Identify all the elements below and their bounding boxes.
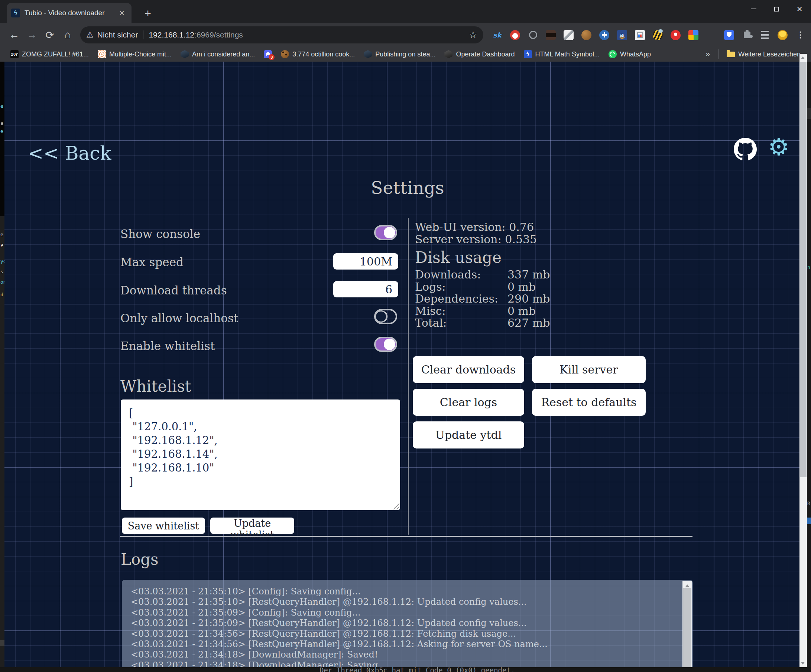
minimize-icon — [751, 8, 757, 9]
browser-toolbar: ← → ⟳ ⌂ ⚠ Nicht sicher 192.168.1.12 :696… — [0, 23, 811, 47]
scroll-up-icon[interactable] — [685, 582, 689, 587]
window-minimize-button[interactable] — [742, 0, 765, 18]
bookmark-zomg[interactable]: z0r ZOMG ZUFALL! #61... — [7, 49, 92, 59]
download-threads-input[interactable] — [333, 281, 398, 297]
stop-hand-extension-icon[interactable] — [510, 30, 520, 40]
settings-gear-icon[interactable]: ⚙ — [765, 134, 792, 161]
bookmark-label: Weitere Lesezeichen — [738, 51, 801, 58]
code-fragment: n — [807, 264, 810, 270]
discord-favicon: 3 — [264, 50, 272, 58]
home-icon[interactable]: ⌂ — [59, 26, 76, 44]
update-whitelist-button[interactable]: Update whitelist — [210, 518, 294, 534]
page-scrollbar-thumb[interactable] — [800, 62, 806, 477]
clear-logs-button[interactable]: Clear logs — [413, 389, 524, 416]
disk-row-label: Dependencies: — [415, 292, 498, 305]
tubio-settings-page: << Back Settings ⚙ Show console Max spee… — [5, 62, 799, 672]
bookmark-whatsapp[interactable]: WhatsApp — [606, 49, 654, 59]
show-console-label: Show console — [120, 227, 200, 240]
page-scrollbar[interactable] — [799, 54, 807, 667]
log-scrollbar-thumb[interactable] — [683, 588, 691, 672]
window-maximize-button[interactable] — [765, 0, 788, 18]
bookmark-multiple-choice[interactable]: Multiple-Choice mit... — [95, 49, 175, 59]
back-icon[interactable]: ← — [5, 26, 23, 44]
scroll-up-icon[interactable] — [801, 54, 805, 59]
browser-tab[interactable]: ϟ Tubio - Video downloader × — [7, 3, 132, 23]
bookmark-label: HTML Math Symbol... — [535, 51, 600, 58]
scroll-down-icon[interactable] — [801, 662, 805, 667]
cookie-favicon — [281, 50, 289, 58]
section-divider — [120, 536, 692, 537]
enable-whitelist-toggle[interactable] — [374, 337, 397, 352]
window-close-button[interactable]: × — [788, 0, 811, 18]
tab-title: Tubio - Video downloader — [24, 9, 112, 17]
log-line: <03.03.2021 - 21:35:10> [Config]: Saving… — [131, 586, 678, 597]
browser-menu-icon[interactable]: ⋮ — [796, 30, 806, 40]
photos-extension-icon[interactable] — [635, 30, 645, 40]
reload-icon[interactable]: ⟳ — [41, 26, 59, 44]
disk-row-value: 0 mb — [507, 305, 536, 317]
bookmark-am-i-considered[interactable]: Am i considered an... — [178, 49, 258, 59]
max-speed-label: Max speed — [120, 256, 183, 269]
bookmark-html-math[interactable]: ϟ HTML Math Symbol... — [521, 49, 602, 59]
red-pin-extension-icon[interactable] — [670, 30, 680, 40]
back-link[interactable]: << Back — [28, 142, 112, 164]
url-host: 192.168.1.12 — [149, 30, 194, 39]
save-whitelist-button[interactable]: Save whitelist — [122, 518, 205, 534]
console-output-text: Der Thread 0xb5c hat mit Code 0 (0x0) ge… — [319, 667, 515, 672]
bookmark-discord[interactable]: 3 — [261, 49, 275, 59]
sk-extension-icon[interactable]: sk — [492, 30, 502, 40]
whatsapp-favicon — [609, 50, 617, 58]
tab-close-icon[interactable]: × — [117, 8, 127, 18]
bee-extension-icon[interactable] — [653, 30, 663, 40]
forward-icon[interactable]: → — [23, 26, 41, 44]
github-icon[interactable] — [734, 138, 757, 161]
cookie-extension-icon[interactable] — [581, 30, 591, 40]
update-ytdl-button[interactable]: Update ytdl — [413, 421, 524, 449]
playlist-extension-icon[interactable] — [760, 30, 770, 40]
ring-extension-icon[interactable] — [528, 30, 538, 40]
blue-plus-extension-icon[interactable] — [599, 30, 609, 40]
log-output[interactable]: <03.03.2021 - 21:35:10> [Config]: Saving… — [122, 580, 693, 672]
bookmark-publishing-steam[interactable]: Publishing on stea... — [361, 49, 438, 59]
puzzle-extensions-menu-icon[interactable] — [742, 30, 752, 40]
extensions-row: sk a ⋮ — [492, 30, 806, 40]
disk-row-value: 337 mb — [507, 268, 550, 281]
amazon-extension-icon[interactable]: a — [617, 30, 627, 40]
log-line: <03.03.2021 - 21:35:09> [RestQueryHandle… — [131, 618, 678, 628]
max-speed-input[interactable] — [333, 253, 398, 269]
coins-extension-icon[interactable] — [777, 30, 787, 40]
disk-row-label: Downloads: — [415, 268, 481, 281]
background-right-strip: n R — [807, 62, 811, 672]
code-fragment: e — [0, 129, 3, 134]
other-bookmarks-folder[interactable]: Weitere Lesezeichen — [724, 49, 804, 59]
log-lines: <03.03.2021 - 21:35:10> [Config]: Saving… — [131, 586, 678, 672]
clear-downloads-button[interactable]: Clear downloads — [413, 356, 524, 383]
url-path: :6969/settings — [194, 30, 243, 39]
disk-row-label: Logs: — [415, 280, 446, 293]
background-console-bar: Der Thread 0xb5c hat mit Code 0 (0x0) ge… — [0, 667, 811, 672]
address-bar[interactable]: ⚠ Nicht sicher 192.168.1.12 :6969/settin… — [80, 26, 484, 44]
bookmarks-overflow-icon[interactable]: » — [702, 49, 713, 59]
mask-extension-icon[interactable] — [546, 30, 556, 40]
whitelist-textarea[interactable]: [ "127.0.0.1", "192.168.1.12", "192.168.… — [121, 399, 400, 510]
show-console-toggle[interactable] — [374, 225, 397, 240]
google-extension-icon[interactable] — [689, 30, 699, 40]
log-scrollbar[interactable] — [682, 581, 692, 672]
blue-shield-extension-icon[interactable] — [724, 30, 734, 40]
knife-extension-icon[interactable] — [563, 30, 573, 40]
reset-defaults-button[interactable]: Reset to defaults — [532, 389, 646, 416]
bookmark-star-icon[interactable]: ☆ — [469, 29, 477, 41]
disk-row-label: Total: — [415, 317, 446, 329]
webui-version: Web-UI version: 0.76 — [415, 220, 534, 234]
bookmark-operate-dashboard[interactable]: Operate Dashboard — [441, 49, 517, 59]
background-window-dark — [0, 62, 5, 216]
security-warning-icon[interactable]: ⚠ — [86, 30, 93, 40]
only-localhost-toggle[interactable] — [374, 309, 397, 324]
steam-favicon — [181, 50, 189, 58]
bookmark-octillion-cookies[interactable]: 3.774 octillion cook... — [278, 49, 358, 59]
new-tab-button[interactable]: + — [141, 6, 155, 21]
kill-server-button[interactable]: Kill server — [532, 356, 646, 383]
syringe-extension-icon[interactable] — [706, 30, 716, 40]
disk-row-value: 290 mb — [507, 292, 550, 305]
only-localhost-label: Only allow localhost — [120, 311, 238, 325]
